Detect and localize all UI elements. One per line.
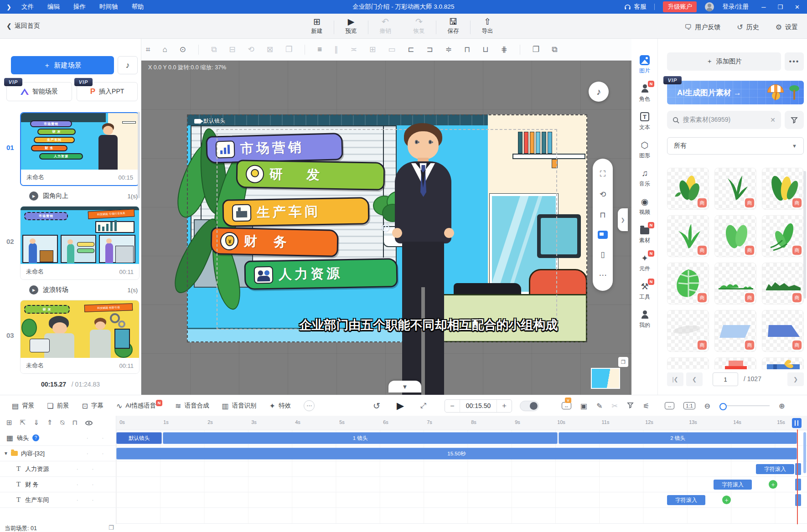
minimap-preview[interactable] bbox=[591, 368, 620, 389]
text-clip[interactable] bbox=[795, 494, 801, 506]
asset-thumbnail[interactable]: 商 bbox=[762, 215, 804, 257]
add-image-button[interactable]: ＋ 添加图片 bbox=[667, 52, 781, 71]
add-anim-icon[interactable]: ＋ bbox=[769, 480, 777, 489]
tab-text[interactable]: T 文本 bbox=[631, 109, 658, 134]
background-button[interactable]: ▤背景 bbox=[12, 402, 34, 410]
actual-size-button[interactable]: 1:1 bbox=[683, 402, 695, 409]
more-options-button[interactable]: ••• bbox=[785, 52, 804, 71]
camera-segment-1[interactable]: 1 镜头 bbox=[163, 432, 558, 444]
scene-card-1[interactable]: 市场营销 研 发 生产车间 财 务 人力资源 未命名 00:15 bbox=[20, 112, 140, 186]
playhead-line[interactable] bbox=[797, 429, 798, 524]
text-anim-badge[interactable]: 字符滚入 bbox=[667, 495, 705, 505]
close-button[interactable]: ✕ bbox=[795, 4, 800, 10]
prev-page-button[interactable]: ❮ bbox=[686, 372, 703, 386]
banner-hr[interactable]: 人力资源 bbox=[244, 258, 398, 290]
foreground-button[interactable]: ❏前景 bbox=[47, 402, 69, 410]
asset-thumbnail[interactable]: 商 bbox=[762, 310, 804, 352]
asset-thumbnail[interactable]: 商 bbox=[714, 168, 756, 210]
zoom-in-button[interactable]: ⊕ bbox=[779, 402, 785, 410]
align-right-icon[interactable]: ⊐ bbox=[426, 45, 433, 54]
visibility-icon[interactable] bbox=[85, 421, 93, 425]
canvas-area[interactable]: ⌗ ⌂ ⊙ ⧉ ⊟ ⟲ ⊠ ❐ ≡ ∥ ≍ ⊞ ▭ ⊏ ⊐ ≑ ⊓ ⊔ ⋕ ❐ … bbox=[141, 39, 631, 395]
banner-finance[interactable]: ¥ 财 务 bbox=[210, 227, 338, 257]
lock-icon[interactable]: ⊓ bbox=[600, 210, 605, 220]
new-scene-button[interactable]: ＋ 新建场景 bbox=[11, 56, 114, 74]
tab-mine[interactable]: 我的 bbox=[631, 307, 658, 332]
scene-stage[interactable]: 市场营销 研 发 生产车间 ¥ 财 务 人力资源 bbox=[187, 114, 587, 342]
subtitle-text[interactable]: 企业部门由五个职能不同却相互配合的小组构成 bbox=[255, 317, 602, 333]
track-settings-button[interactable]: ⚟ bbox=[643, 402, 649, 410]
border-select-icon[interactable]: ⊞ bbox=[369, 45, 376, 54]
asset-thumbnail[interactable] bbox=[667, 357, 709, 369]
menu-operate[interactable]: 操作 bbox=[73, 3, 86, 11]
lock-icon[interactable]: ⊟ bbox=[229, 45, 235, 54]
ruler-icon[interactable]: ⌗ bbox=[146, 45, 150, 54]
undo-button[interactable]: ↶ 撤销 bbox=[368, 15, 402, 35]
save-button[interactable]: 🖫 保存 bbox=[436, 15, 470, 35]
settings-button[interactable]: ⚙ 设置 bbox=[776, 23, 798, 31]
asset-thumbnail[interactable]: 商 bbox=[714, 215, 756, 257]
copy-icon[interactable]: ❐ bbox=[533, 45, 539, 54]
menu-help[interactable]: 帮助 bbox=[131, 3, 144, 11]
preview-button[interactable]: ▶ 预览 bbox=[334, 15, 368, 35]
play-button[interactable]: ▶ bbox=[397, 400, 404, 411]
asset-scrollbar[interactable] bbox=[803, 171, 806, 299]
add-anim-icon[interactable]: ＋ bbox=[722, 496, 731, 504]
maximize-button[interactable]: ❒ bbox=[777, 4, 783, 10]
camera-track-label[interactable]: ▦ 镜头 ? ∙∙ bbox=[0, 430, 116, 446]
tab-music[interactable]: ♫ 音乐 bbox=[631, 165, 658, 191]
export-track-icon[interactable]: ⇱ bbox=[20, 418, 26, 427]
transform-anchor-icon[interactable] bbox=[382, 224, 389, 232]
phone-preview-icon[interactable]: ▯ bbox=[600, 250, 605, 259]
menu-edit[interactable]: 编辑 bbox=[47, 3, 60, 11]
asset-thumbnail[interactable]: 商 bbox=[667, 168, 709, 210]
subtitle-button[interactable]: ⊡字幕 bbox=[82, 402, 103, 410]
edit-note-button[interactable]: ✎ bbox=[596, 402, 602, 410]
minimap-expand-icon[interactable]: ❐ bbox=[618, 357, 628, 367]
clear-search-icon[interactable]: ✕ bbox=[770, 116, 776, 124]
camera-tag-button[interactable]: ▣ bbox=[580, 402, 587, 410]
text-clip[interactable] bbox=[795, 463, 801, 475]
duplicate-icon[interactable]: ⧉ bbox=[552, 45, 557, 54]
align-horizontal-center-icon[interactable]: ≡ bbox=[317, 45, 322, 54]
asset-thumbnail[interactable] bbox=[762, 357, 804, 369]
timeline-zoom-slider[interactable] bbox=[719, 405, 770, 406]
zoom-out-button[interactable]: ⊖ bbox=[704, 402, 710, 410]
tab-video[interactable]: ◉ 视频 bbox=[631, 194, 658, 219]
timeline-scrollbar[interactable] bbox=[803, 432, 806, 473]
tab-material[interactable]: N 素材 bbox=[631, 222, 658, 248]
fit-screen-icon[interactable]: ⛶ bbox=[600, 170, 605, 179]
filter-tracks-button[interactable] bbox=[627, 402, 634, 410]
fit-width-button[interactable]: ↔ bbox=[665, 402, 674, 409]
content-bar[interactable]: 15.50秒 bbox=[116, 448, 797, 460]
history-button[interactable]: ↺ 历史 bbox=[737, 23, 759, 31]
filter-button[interactable] bbox=[785, 111, 804, 129]
collapse-triangle-icon[interactable]: ▼ bbox=[4, 451, 8, 456]
timeline-ruler[interactable]: 0s 1s 2s 3s 4s 5s 6s 7s 8s 9s 10s 11s 12… bbox=[116, 416, 807, 430]
playhead-handle[interactable] bbox=[792, 418, 802, 428]
timeline-tracks[interactable]: 默认镜头 1 镜头 2 镜头 15.50秒 字符滚入 字符滚入 ＋ 字符滚入 ＋ bbox=[116, 430, 807, 524]
login-register-button[interactable]: 登录/注册 bbox=[722, 3, 749, 11]
next-page-button[interactable]: ❯ bbox=[787, 372, 804, 386]
active-layer-icon[interactable] bbox=[598, 231, 608, 239]
upgrade-account-button[interactable]: 升级账户 bbox=[663, 1, 697, 12]
fx-button[interactable]: ✦特效 bbox=[269, 402, 291, 410]
scene-music-button[interactable]: ♪ bbox=[118, 56, 138, 74]
ai-generate-banner[interactable]: AI生成图片素材 → bbox=[667, 81, 804, 104]
tab-component[interactable]: ✦ N 元件 bbox=[631, 250, 658, 276]
hourglass-icon[interactable]: ≍ bbox=[351, 45, 357, 54]
align-bottom-icon[interactable]: ⊔ bbox=[482, 45, 488, 54]
lock-track-icon[interactable]: ⊓ bbox=[72, 418, 78, 427]
auto-play-toggle[interactable] bbox=[520, 401, 539, 411]
fullscreen-button[interactable]: ⤢ bbox=[420, 402, 426, 410]
replay-button[interactable]: ↺ bbox=[373, 401, 380, 411]
tab-character[interactable]: N 角色 bbox=[631, 81, 658, 106]
delete-track-icon[interactable]: ⍉ bbox=[60, 418, 64, 427]
minimize-button[interactable]: ─ bbox=[761, 4, 766, 10]
scene-card-2[interactable]: 市场营销 科技赋能 引领行业未来 bbox=[20, 206, 140, 280]
rotate-icon[interactable]: ⟲ bbox=[600, 190, 606, 199]
asset-thumbnail[interactable]: 商 bbox=[762, 168, 804, 210]
flip-icon[interactable]: ⧉ bbox=[211, 45, 217, 54]
ai-voice-button[interactable]: ∿AI情感语音N bbox=[116, 402, 156, 410]
insert-ppt-button[interactable]: VIP P 插入PPT bbox=[77, 82, 138, 101]
